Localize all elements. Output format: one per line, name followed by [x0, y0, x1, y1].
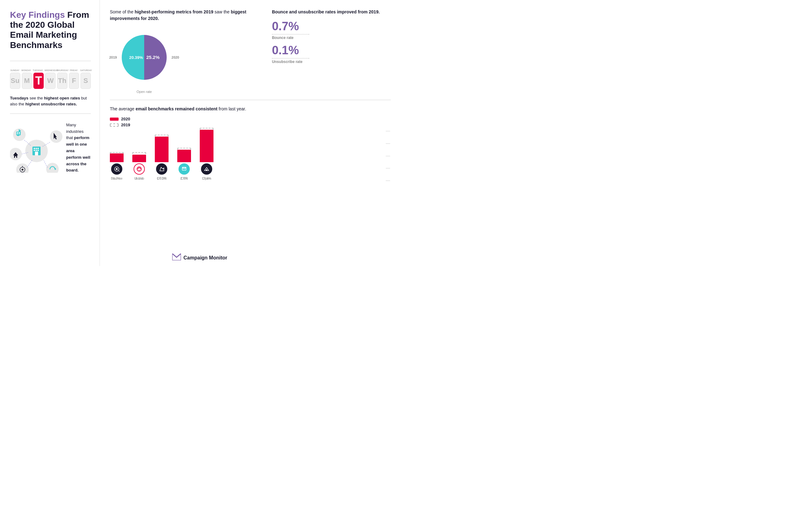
hub-diagram [10, 123, 63, 173]
page: Key Findings From the 2020 Global Email … [0, 0, 399, 266]
top-right-section: Some of the highest-performing metrics f… [110, 9, 391, 100]
day-card-s: S [80, 73, 91, 89]
bar-group-ctor: 14.3% CTOR [155, 176, 168, 181]
open-bar-name: Open [203, 176, 211, 180]
bounce-bar-name: Bounce [111, 176, 122, 180]
bar-legend: 2020 2019 [110, 117, 391, 127]
unsub-label: Unsubscribe rate [272, 60, 391, 64]
day-label-thu: THURSDAY [57, 69, 68, 71]
day-cards: Su M T W Th F S [10, 73, 91, 89]
bounce-dots [272, 34, 309, 35]
ctor-icon [156, 164, 167, 175]
svg-rect-22 [15, 156, 16, 158]
svg-rect-3 [36, 148, 37, 149]
legend-2019: 2019 [110, 122, 391, 127]
svg-rect-14 [19, 133, 20, 134]
day-labels: SUNDAY MONDAY TUESDAY WEDNESDAY THURSDAY… [10, 69, 91, 71]
title-highlight: Key Findings [10, 10, 65, 20]
pie-year-2019: 2019 [109, 56, 117, 59]
unsub-dots [272, 58, 309, 59]
bar-group-open: 17.8% Open [200, 176, 214, 181]
cm-logo-icon [172, 253, 181, 262]
day-card-su: Su [10, 73, 20, 89]
svg-rect-7 [37, 150, 39, 151]
svg-point-25 [21, 169, 23, 171]
svg-rect-13 [17, 133, 18, 134]
svg-marker-44 [182, 168, 186, 169]
tuesday-note: Tuesdays see the highest open rates but … [10, 95, 91, 107]
day-card-m: M [22, 73, 32, 89]
day-card-f: F [69, 73, 79, 89]
unsub-value: 0.1% [272, 44, 391, 56]
ctr-bar-name: CTR [181, 176, 188, 180]
pie-year-2020: 2020 [172, 56, 179, 59]
svg-rect-2 [34, 148, 35, 149]
day-label-tue: TUESDAY [33, 69, 43, 71]
day-label-fri: FRIDAY [69, 69, 79, 71]
svg-rect-11 [17, 132, 18, 133]
day-card-t: T [33, 73, 44, 89]
bar-section: The average email benchmarks remained co… [110, 106, 391, 261]
day-label-mon: MONDAY [21, 69, 31, 71]
svg-rect-15 [17, 134, 19, 136]
day-card-th: Th [57, 73, 68, 89]
svg-line-38 [119, 171, 120, 172]
bar-group-unsub: 0.1% Unsub [132, 176, 146, 181]
day-label-sat: SATURDAY [80, 69, 91, 71]
svg-text:20.39%: 20.39% [129, 55, 143, 60]
open-bar [200, 130, 214, 162]
svg-rect-8 [35, 152, 38, 155]
ctr-bar [177, 150, 191, 162]
bar-chart-wrapper: 0.7% Bounce 0.1% [110, 131, 391, 200]
bounce-value: 0.7% [272, 20, 391, 32]
svg-rect-47 [206, 169, 207, 171]
day-label-sun: SUNDAY [10, 69, 20, 71]
industries-section: Many industries that perform well in one… [10, 122, 91, 174]
legend-label-2020: 2020 [121, 117, 130, 121]
pie-chart: 20.39% 25.2% [119, 33, 169, 82]
main-title: Key Findings From the 2020 Global Email … [10, 10, 91, 50]
industries-text: Many industries that perform well in one… [66, 122, 91, 174]
footer-brand: Campaign Monitor [183, 255, 227, 261]
legend-label-2019: 2019 [121, 122, 130, 127]
bounce-bar [110, 153, 124, 162]
bar-group-bounce: 0.7% Bounce [110, 176, 124, 181]
footer: Campaign Monitor [172, 253, 227, 262]
legend-box-2019 [110, 124, 119, 127]
bounce-label: Bounce rate [272, 36, 391, 40]
legend-box-2020 [110, 118, 119, 121]
bar-intro: The average email benchmarks remained co… [110, 106, 391, 112]
bounce-icon [111, 164, 122, 175]
unsub-icon [133, 164, 145, 175]
bounce-section: Bounce and unsubscribe rates improved fr… [265, 9, 391, 94]
right-panel: Some of the highest-performing metrics f… [100, 0, 399, 266]
pie-section: Some of the highest-performing metrics f… [110, 9, 265, 94]
bounce-title: Bounce and unsubscribe rates improved fr… [272, 9, 391, 15]
ctor-bar [155, 137, 168, 162]
ctr-icon [179, 164, 190, 175]
unsub-metric: 0.1% Unsubscribe rate [272, 44, 391, 64]
days-section: SUNDAY MONDAY TUESDAY WEDNESDAY THURSDAY… [10, 69, 91, 89]
pie-open-rate-label: Open rate [137, 90, 152, 94]
legend-2020: 2020 [110, 117, 391, 121]
day-label-wed: WEDNESDAY [44, 69, 55, 71]
svg-point-37 [116, 168, 118, 170]
bounce-metric: 0.7% Bounce rate [272, 20, 391, 40]
svg-text:25.2%: 25.2% [146, 55, 160, 60]
open-icon [201, 164, 212, 175]
unsub-bar-name: Unsub [134, 176, 144, 180]
svg-point-23 [16, 164, 29, 173]
svg-point-27 [46, 163, 59, 173]
svg-rect-4 [37, 148, 39, 149]
day-card-w: W [45, 73, 56, 89]
pie-intro: Some of the highest-performing metrics f… [110, 9, 265, 22]
svg-rect-6 [36, 150, 37, 151]
svg-line-32 [27, 160, 33, 167]
pie-container: 2019 20.39% 25.2% 2020 [110, 26, 179, 89]
left-panel: Key Findings From the 2020 Global Email … [0, 0, 100, 266]
svg-rect-5 [34, 150, 35, 151]
ctor-bar-name: CTOR [157, 176, 167, 180]
svg-rect-12 [19, 132, 20, 133]
divider-1 [10, 61, 91, 61]
bar-group-ctr: 2.6% CTR [177, 176, 191, 181]
